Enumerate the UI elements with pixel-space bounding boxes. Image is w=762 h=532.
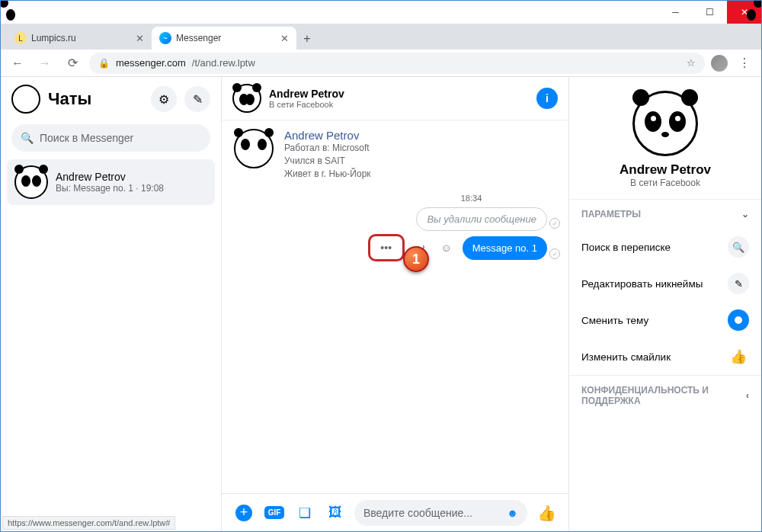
option-change-theme[interactable]: Сменить тему <box>569 302 761 338</box>
browser-tabstrip: L Lumpics.ru ✕ ~ Messenger ✕ + <box>1 24 761 50</box>
message-row: ••• 1 ↩ ☺ Message no. 1 ✓ <box>234 234 556 261</box>
option-change-emoji[interactable]: Изменить смайлик 👍 <box>569 338 761 375</box>
message-row-unsent: Удалить 2 Вы удалили сообщение ✓ <box>234 207 556 231</box>
info-icon: i <box>546 92 549 104</box>
gear-icon: ⚙ <box>158 92 169 107</box>
browser-menu-button[interactable]: ⋮ <box>734 53 755 74</box>
smile-icon: ☺ <box>441 242 452 254</box>
header-name: Andrew Petrov <box>269 88 344 100</box>
bookmark-star-icon[interactable]: ☆ <box>687 57 696 69</box>
plus-circle-icon: + <box>235 505 252 521</box>
message-bubble[interactable]: Message no. 1 <box>463 236 547 260</box>
chevron-down-icon: ⌄ <box>741 209 749 220</box>
chat-name: Andrew Petrov <box>56 171 164 183</box>
section-header-privacy[interactable]: КОНФИДЕНЦИАЛЬНОСТЬ И ПОДДЕРЖКА ‹ <box>569 375 761 415</box>
chat-list-item[interactable]: Andrew Petrov Вы: Message no. 1 · 19:08 <box>7 159 215 205</box>
composer-gif-button[interactable]: GIF <box>263 502 286 524</box>
forward-button[interactable]: → <box>34 53 56 74</box>
conversation-info-button[interactable]: i <box>536 88 558 109</box>
delivery-status-icon: ✓ <box>549 248 560 259</box>
thumb-up-icon: 👍 <box>537 504 556 522</box>
contact-card: Andrew Petrov Работал в: Microsoft Училс… <box>234 129 556 180</box>
sidebar: Чаты ⚙ ✎ 🔍 Поиск в Messenger Andrew Petr… <box>1 77 222 531</box>
browser-status-bar: https://www.messenger.com/t/and.rew.lptw… <box>2 516 175 530</box>
new-tab-button[interactable]: + <box>296 28 318 50</box>
section-header-params[interactable]: ПАРАМЕТРЫ ⌄ <box>569 199 761 229</box>
details-profile: Andrew Petrov В сети Facebook <box>569 77 761 199</box>
details-avatar[interactable] <box>632 91 698 156</box>
messenger-app: Чаты ⚙ ✎ 🔍 Поиск в Messenger Andrew Petr… <box>1 77 761 531</box>
theme-icon <box>728 309 749 331</box>
contact-detail: Учился в SAIT <box>284 155 371 168</box>
tab-close-icon[interactable]: ✕ <box>136 33 144 44</box>
details-status: В сети Facebook <box>577 178 754 188</box>
composer-image-button[interactable]: 🖼 <box>324 502 347 524</box>
user-avatar[interactable] <box>11 85 40 114</box>
composer-sticker-button[interactable]: ❏ <box>293 502 316 524</box>
send-like-button[interactable]: 👍 <box>535 502 558 524</box>
annotation-step-1: 1 <box>403 246 429 272</box>
composer-input[interactable]: Введите сообщение... ☻ <box>354 500 527 526</box>
window-maximize-button[interactable]: ☐ <box>693 1 727 24</box>
window-titlebar: ─ ☐ ✕ <box>1 1 761 24</box>
header-status: В сети Facebook <box>269 100 344 109</box>
favicon-icon: L <box>14 32 27 44</box>
reload-button[interactable]: ⟳ <box>62 53 83 74</box>
sidebar-search[interactable]: 🔍 Поиск в Messenger <box>11 124 210 152</box>
edit-icon: ✎ <box>193 92 203 107</box>
unsent-message-bubble: Вы удалили сообщение <box>416 207 547 231</box>
conversation-header: Andrew Petrov В сети Facebook i <box>222 77 568 120</box>
url-host: messenger.com <box>116 57 186 69</box>
conversation-pane: Andrew Petrov В сети Facebook i Andrew P… <box>222 77 569 531</box>
sticker-icon: ❏ <box>299 505 311 521</box>
annotation-highlight: ••• <box>368 234 405 261</box>
address-bar[interactable]: 🔒 messenger.com/t/and.rew.lptw ☆ <box>89 53 705 74</box>
option-search-in-conversation[interactable]: Поиск в переписке 🔍 <box>569 229 761 265</box>
profile-avatar-button[interactable] <box>711 55 728 72</box>
contact-detail: Живет в г. Нью-Йорк <box>284 168 371 181</box>
details-panel: Andrew Petrov В сети Facebook ПАРАМЕТРЫ … <box>569 77 761 531</box>
browser-tab-messenger[interactable]: ~ Messenger ✕ <box>152 27 296 50</box>
composer-add-button[interactable]: + <box>232 502 255 524</box>
tab-label: Messenger <box>176 33 276 43</box>
browser-toolbar: ← → ⟳ 🔒 messenger.com/t/and.rew.lptw ☆ ⋮ <box>1 50 761 77</box>
delivery-status-icon: ✓ <box>549 218 560 229</box>
favicon-icon: ~ <box>159 32 171 44</box>
message-timestamp: 18:34 <box>386 194 556 203</box>
chat-preview: Вы: Message no. 1 · 19:08 <box>56 183 164 194</box>
contact-avatar <box>234 129 274 168</box>
tab-label: Lumpics.ru <box>31 33 131 43</box>
message-composer: + GIF ❏ 🖼 Введите сообщение... ☻ 👍 <box>222 493 568 531</box>
sidebar-header: Чаты ⚙ ✎ <box>1 77 221 121</box>
emoji-picker-button[interactable]: ☻ <box>507 507 518 519</box>
contact-detail: Работал в: Microsoft <box>284 142 371 155</box>
sidebar-title: Чаты <box>48 89 143 109</box>
conversation-scroll[interactable]: Andrew Petrov Работал в: Microsoft Училс… <box>222 120 568 493</box>
url-path: /t/and.rew.lptw <box>192 57 255 69</box>
details-name: Andrew Petrov <box>577 162 754 178</box>
window-minimize-button[interactable]: ─ <box>658 1 693 24</box>
more-horizontal-icon: ••• <box>380 242 392 254</box>
contact-name-link[interactable]: Andrew Petrov <box>284 129 371 142</box>
image-icon: 🖼 <box>328 505 342 521</box>
option-edit-nicknames[interactable]: Редактировать никнеймы ✎ <box>569 265 761 302</box>
browser-tab-lumpics[interactable]: L Lumpics.ru ✕ <box>7 27 152 50</box>
composer-placeholder: Введите сообщение... <box>363 507 472 519</box>
message-react-button[interactable]: ☺ <box>437 238 456 258</box>
chevron-left-icon: ‹ <box>746 390 749 401</box>
header-avatar[interactable] <box>232 84 261 113</box>
compose-button[interactable]: ✎ <box>184 86 210 112</box>
search-placeholder: Поиск в Messenger <box>40 132 133 144</box>
gif-icon: GIF <box>264 506 285 519</box>
message-more-button[interactable]: ••• <box>376 238 396 258</box>
thumb-up-icon: 👍 <box>728 346 749 367</box>
back-button[interactable]: ← <box>7 53 28 74</box>
settings-button[interactable]: ⚙ <box>151 86 177 112</box>
tab-close-icon[interactable]: ✕ <box>280 33 289 44</box>
lock-icon: 🔒 <box>98 58 110 69</box>
search-icon: 🔍 <box>728 236 749 258</box>
edit-icon: ✎ <box>728 273 749 294</box>
chat-avatar <box>14 165 48 199</box>
search-icon: 🔍 <box>21 132 34 144</box>
